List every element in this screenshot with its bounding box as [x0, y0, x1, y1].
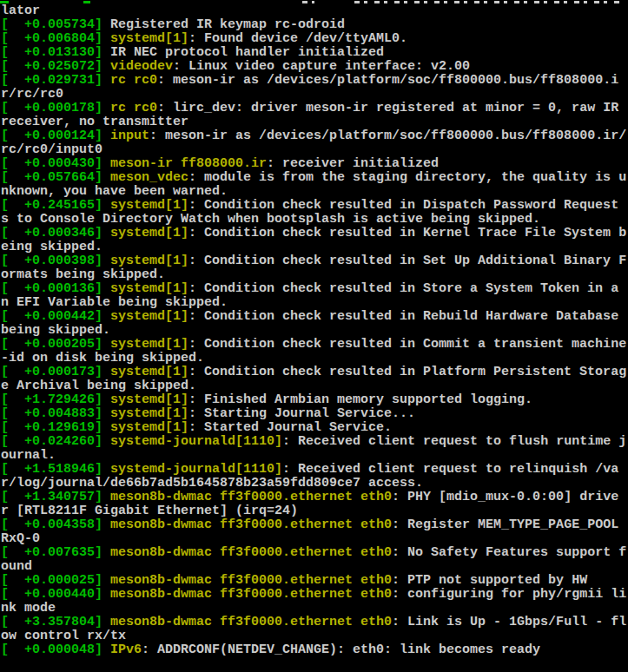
- log-subsystem-tag: input: [110, 128, 149, 143]
- log-line: [ +0.245165] systemd[1]: Condition check…: [1, 199, 628, 227]
- log-line: [ +0.000346] systemd[1]: Condition check…: [1, 227, 628, 254]
- log-timestamp: [ +0.000442]: [1, 309, 110, 324]
- log-subsystem-tag: meson8b-dwmac ff3f0000.ethernet eth0: [110, 615, 392, 629]
- log-line: lator: [1, 4, 628, 18]
- log-timestamp: [ +3.357804]: [1, 615, 110, 629]
- log-timestamp: [ +0.025072]: [1, 59, 110, 74]
- log-line: [ +0.024260] systemd-journald[1110]: Rec…: [1, 435, 628, 463]
- log-timestamp: [ +0.245165]: [1, 198, 110, 213]
- log-timestamp: [ +0.000346]: [1, 226, 110, 240]
- log-line: [ +0.007635] meson8b-dwmac ff3f0000.ethe…: [1, 546, 628, 574]
- log-subsystem-tag: videodev: [110, 59, 173, 74]
- log-subsystem-tag: rc rc0: [110, 101, 157, 115]
- log-timestamp: [ +1.340757]: [1, 490, 110, 504]
- log-line: [ +0.000048] IPv6: ADDRCONF(NETDEV_CHANG…: [1, 643, 628, 657]
- log-timestamp: [ +0.000398]: [1, 254, 110, 268]
- log-line: [ +3.357804] meson8b-dwmac ff3f0000.ethe…: [1, 616, 628, 643]
- log-subsystem-tag: meson-ir ff808000.ir: [110, 156, 267, 171]
- log-message: : PTP not supported by HW: [392, 573, 587, 588]
- clipped-glyph-fragment: [302, 1, 314, 3]
- log-line: [ +1.340757] meson8b-dwmac ff3f0000.ethe…: [1, 491, 628, 518]
- log-line: [ +0.000440] meson8b-dwmac ff3f0000.ethe…: [1, 588, 628, 616]
- log-timestamp: [ +0.000205]: [1, 337, 110, 352]
- log-message: : receiver initialized: [267, 156, 439, 171]
- log-subsystem-tag: systemd[1]: [110, 198, 188, 213]
- log-timestamp: [ +0.129619]: [1, 420, 110, 435]
- terminal-screen[interactable]: lator[ +0.005734] Registered IR keymap r…: [0, 0, 628, 672]
- log-line: [ +0.000398] systemd[1]: Condition check…: [1, 254, 628, 282]
- log-line: [ +0.000178] rc rc0: lirc_dev: driver me…: [1, 102, 628, 129]
- log-timestamp: [ +0.005734]: [1, 17, 110, 32]
- log-message: lator: [1, 3, 40, 18]
- log-line: [ +0.013130] IR NEC protocol handler ini…: [1, 46, 628, 60]
- log-message: IR NEC protocol handler initialized: [110, 45, 384, 60]
- log-line: [ +0.057664] meson_vdec: module is from …: [1, 171, 628, 199]
- log-message: : Started Journal Service.: [188, 420, 392, 435]
- log-timestamp: [ +0.000124]: [1, 128, 110, 143]
- log-timestamp: [ +0.000136]: [1, 281, 110, 296]
- log-subsystem-tag: systemd[1]: [110, 420, 188, 435]
- log-message: : Found device /dev/ttyAML0.: [188, 31, 407, 46]
- log-message: : Finished Armbian memory supported logg…: [188, 392, 532, 407]
- log-timestamp: [ +1.518946]: [1, 462, 110, 477]
- log-timestamp: [ +0.000430]: [1, 156, 110, 171]
- log-subsystem-tag: meson8b-dwmac ff3f0000.ethernet eth0: [110, 587, 392, 602]
- log-line: [ +0.029731] rc rc0: meson-ir as /device…: [1, 74, 628, 102]
- log-subsystem-tag: systemd[1]: [110, 226, 188, 240]
- log-timestamp: [ +0.024260]: [1, 434, 110, 449]
- log-line: [ +0.000136] systemd[1]: Condition check…: [1, 282, 628, 310]
- log-timestamp: [ +0.006804]: [1, 31, 110, 46]
- log-line: [ +0.000124] input: meson-ir as /devices…: [1, 129, 628, 157]
- log-message: Registered IR keymap rc-odroid: [110, 17, 345, 32]
- log-timestamp: [ +0.000178]: [1, 101, 110, 115]
- log-line: [ +0.000442] systemd[1]: Condition check…: [1, 310, 628, 338]
- log-message: : ADDRCONF(NETDEV_CHANGE): eth0: link be…: [142, 642, 540, 657]
- log-timestamp: [ +1.729426]: [1, 392, 110, 407]
- log-line: [ +1.729426] systemd[1]: Finished Armbia…: [1, 393, 628, 407]
- log-line: [ +1.518946] systemd-journald[1110]: Rec…: [1, 463, 628, 491]
- log-line: [ +0.129619] systemd[1]: Started Journal…: [1, 421, 628, 435]
- log-subsystem-tag: systemd-journald[1110]: [110, 462, 282, 477]
- log-timestamp: [ +0.004883]: [1, 406, 110, 421]
- log-line: [ +0.005734] Registered IR keymap rc-odr…: [1, 18, 628, 32]
- log-message: : Linux video capture interface: v2.00: [173, 59, 470, 74]
- log-timestamp: [ +0.007635]: [1, 545, 110, 560]
- log-timestamp: [ +0.057664]: [1, 170, 110, 185]
- log-line: [ +0.004883] systemd[1]: Starting Journa…: [1, 407, 628, 421]
- log-subsystem-tag: meson8b-dwmac ff3f0000.ethernet eth0: [110, 573, 392, 588]
- log-timestamp: [ +0.013130]: [1, 45, 110, 60]
- log-timestamp: [ +0.000173]: [1, 365, 110, 379]
- log-subsystem-tag: systemd[1]: [110, 31, 188, 46]
- log-subsystem-tag: systemd[1]: [110, 254, 188, 268]
- log-subsystem-tag: IPv6: [110, 642, 142, 657]
- log-output: lator[ +0.005734] Registered IR keymap r…: [1, 4, 628, 657]
- log-timestamp: [ +0.029731]: [1, 73, 110, 88]
- log-line: [ +0.004358] meson8b-dwmac ff3f0000.ethe…: [1, 518, 628, 546]
- log-line: [ +0.025072] videodev: Linux video captu…: [1, 60, 628, 74]
- log-timestamp: [ +0.004358]: [1, 517, 110, 532]
- clipped-glyph-fragment: [354, 1, 623, 3]
- log-subsystem-tag: meson8b-dwmac ff3f0000.ethernet eth0: [110, 545, 392, 560]
- log-timestamp: [ +0.000025]: [1, 573, 110, 588]
- log-subsystem-tag: systemd[1]: [110, 392, 188, 407]
- log-subsystem-tag: meson8b-dwmac ff3f0000.ethernet eth0: [110, 517, 392, 532]
- log-subsystem-tag: systemd-journald[1110]: [110, 434, 282, 449]
- log-subsystem-tag: systemd[1]: [110, 309, 188, 324]
- log-line: [ +0.000025] meson8b-dwmac ff3f0000.ethe…: [1, 574, 628, 588]
- log-line: [ +0.000205] systemd[1]: Condition check…: [1, 338, 628, 366]
- log-subsystem-tag: meson_vdec: [110, 170, 188, 185]
- log-timestamp: [ +0.000440]: [1, 587, 110, 602]
- log-message: : Starting Journal Service...: [188, 406, 415, 421]
- log-line: [ +0.000430] meson-ir ff808000.ir: recei…: [1, 157, 628, 171]
- log-subsystem-tag: meson8b-dwmac ff3f0000.ethernet eth0: [110, 490, 392, 504]
- log-subsystem-tag: systemd[1]: [110, 406, 188, 421]
- log-subsystem-tag: systemd[1]: [110, 281, 188, 296]
- log-line: [ +0.000173] systemd[1]: Condition check…: [1, 366, 628, 393]
- clipped-glyph-fragment: [83, 1, 90, 3]
- log-line: [ +0.006804] systemd[1]: Found device /d…: [1, 32, 628, 46]
- log-subsystem-tag: systemd[1]: [110, 365, 188, 379]
- log-subsystem-tag: rc rc0: [110, 73, 157, 88]
- log-timestamp: [ +0.000048]: [1, 642, 110, 657]
- log-subsystem-tag: systemd[1]: [110, 337, 188, 352]
